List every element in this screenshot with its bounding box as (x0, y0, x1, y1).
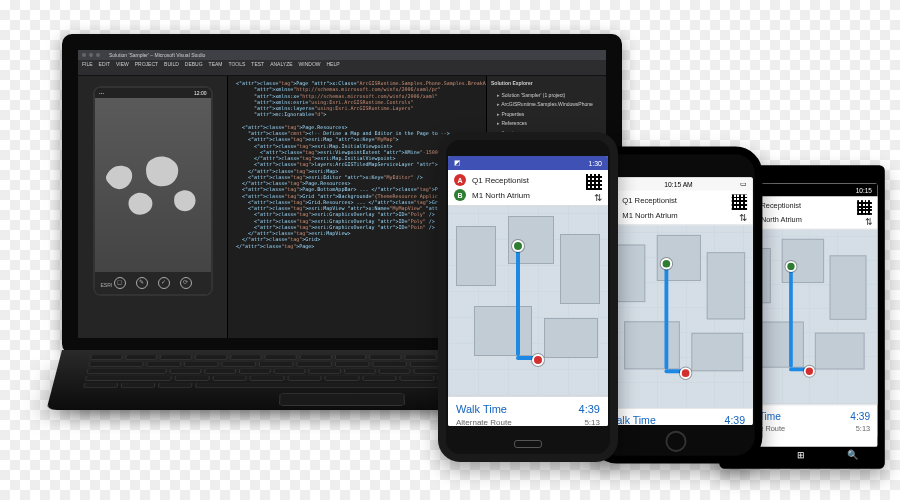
ide-toolbar[interactable] (78, 68, 606, 76)
walk-time-value: 4:39 (850, 411, 870, 422)
map-building (560, 234, 600, 304)
map-building (707, 252, 745, 319)
route-polyline (789, 266, 793, 367)
route-end-marker-icon[interactable] (532, 354, 544, 366)
ide-titlebar: Solution 'Sampler' – Microsoft Visual St… (78, 50, 606, 60)
map-building (815, 333, 865, 370)
ide-menubar: FILE EDIT VIEW PROJECT BUILD DEBUG TEAM … (78, 60, 606, 68)
swap-route-icon[interactable]: ⇅ (865, 217, 872, 227)
emulator-appbar: ESRI ◻ ✎ ✓ ⟳ (95, 272, 211, 294)
dest-label[interactable]: M1 North Atrium (622, 210, 677, 219)
statusbar-time: 10:15 (856, 187, 872, 193)
route-polyline (516, 246, 520, 356)
route-start-marker-icon[interactable] (661, 258, 673, 270)
route-start-marker-icon[interactable] (785, 261, 796, 272)
appbar-button-icon[interactable]: ✓ (158, 277, 170, 289)
walk-time-label: Walk Time (456, 403, 507, 415)
menu-tools[interactable]: TOOLS (228, 61, 245, 67)
solution-item[interactable]: References (491, 119, 602, 129)
emulator-status-time: 12:00 (194, 90, 207, 96)
qr-scan-icon[interactable] (586, 174, 602, 190)
menu-analyze[interactable]: ANALYZE (270, 61, 292, 67)
menu-edit[interactable]: EDIT (99, 61, 110, 67)
walk-time-value: 4:39 (725, 414, 746, 425)
dest-label[interactable]: M1 North Atrium (472, 191, 530, 200)
menu-view[interactable]: VIEW (116, 61, 129, 67)
solution-item[interactable]: ArcGISRuntime.Samples.WindowsPhone (491, 100, 602, 110)
world-map-icon (95, 98, 211, 272)
qr-scan-icon[interactable] (732, 195, 747, 210)
menu-team[interactable]: TEAM (209, 61, 223, 67)
ios-home-button[interactable] (665, 431, 686, 452)
map-building (691, 333, 743, 371)
ide-designer-panel: ⋯ 12:00 ESRI ◻ ✎ ✓ (78, 76, 228, 338)
route-start-marker-icon[interactable] (512, 240, 524, 252)
appbar-button-icon[interactable]: ◻ (114, 277, 126, 289)
swap-route-icon[interactable]: ⇅ (594, 192, 602, 203)
menu-file[interactable]: FILE (82, 61, 93, 67)
origin-label[interactable]: Q1 Receptionist (622, 196, 677, 205)
solution-item[interactable]: Properties (491, 110, 602, 120)
menu-test[interactable]: TEST (251, 61, 264, 67)
origin-badge: A (454, 174, 466, 186)
statusbar-battery-icon: ▭ (740, 180, 747, 188)
win-search-button[interactable]: 🔍 (847, 449, 858, 459)
ios-statusbar: ••••• 10:15 AM ▭ (599, 177, 753, 190)
laptop-trackpad[interactable] (279, 393, 405, 406)
solution-item[interactable]: Solution 'Sampler' (1 project) (491, 91, 602, 101)
ios-app-screen: ••••• 10:15 AM ▭ A Q1 Receptionist B M1 … (599, 177, 753, 425)
dest-badge: B (454, 189, 466, 201)
route-header: A Q1 Receptionist B M1 North Atrium ⇅ (448, 170, 608, 206)
window-control-icon[interactable] (89, 53, 93, 57)
route-map[interactable] (599, 225, 753, 407)
route-map[interactable] (448, 206, 608, 396)
origin-label[interactable]: Q1 Receptionist (472, 176, 529, 185)
alt-route-value: 5:13 (856, 425, 870, 433)
qr-scan-icon[interactable] (857, 200, 872, 215)
window-control-icon[interactable] (96, 53, 100, 57)
emulator-status-left: ⋯ (99, 90, 104, 96)
route-header: A Q1 Receptionist B M1 North Atrium ⇅ (599, 191, 753, 226)
emulator-world-map[interactable] (95, 98, 211, 272)
route-summary: Walk Time 4:39 Alternate Route 5:13 (599, 408, 753, 425)
appbar-button-icon[interactable]: ⟳ (180, 277, 192, 289)
walk-time-value: 4:39 (579, 403, 600, 415)
menu-project[interactable]: PROJECT (135, 61, 158, 67)
win-home-button[interactable]: ⊞ (797, 449, 804, 459)
menu-build[interactable]: BUILD (164, 61, 179, 67)
map-building (456, 226, 496, 286)
map-building (474, 306, 532, 356)
route-end-marker-icon[interactable] (804, 366, 815, 377)
route-polyline (664, 264, 668, 370)
ide-title: Solution 'Sampler' – Microsoft Visual St… (109, 52, 205, 58)
android-app-screen: ◩ 1:30 A Q1 Receptionist B M1 North Atri… (448, 156, 608, 426)
statusbar-time: 10:15 AM (664, 181, 692, 188)
statusbar-app-icon: ◩ (454, 159, 461, 167)
android-phone-device: ◩ 1:30 A Q1 Receptionist B M1 North Atri… (438, 132, 618, 462)
window-control-icon[interactable] (82, 53, 86, 57)
alt-route-value: 5:13 (584, 418, 600, 426)
statusbar-time: 1:30 (588, 160, 602, 167)
menu-window[interactable]: WINDOW (299, 61, 321, 67)
menu-debug[interactable]: DEBUG (185, 61, 203, 67)
menu-help[interactable]: HELP (327, 61, 340, 67)
map-building (544, 318, 598, 358)
map-building (624, 321, 680, 369)
route-summary: Walk Time 4:39 Alternate Route 5:13 (448, 396, 608, 426)
ide-phone-emulator[interactable]: ⋯ 12:00 ESRI ◻ ✎ ✓ (93, 86, 213, 296)
route-end-marker-icon[interactable] (680, 367, 692, 379)
appbar-button-icon[interactable]: ✎ (136, 277, 148, 289)
swap-route-icon[interactable]: ⇅ (739, 212, 747, 223)
solution-explorer-header: Solution Explorer (491, 80, 602, 88)
map-building (830, 255, 867, 319)
alt-route-label[interactable]: Alternate Route (456, 418, 512, 426)
android-statusbar: ◩ 1:30 (448, 156, 608, 170)
emulator-statusbar: ⋯ 12:00 (95, 88, 211, 98)
emulator-brand-label: ESRI (101, 282, 113, 288)
